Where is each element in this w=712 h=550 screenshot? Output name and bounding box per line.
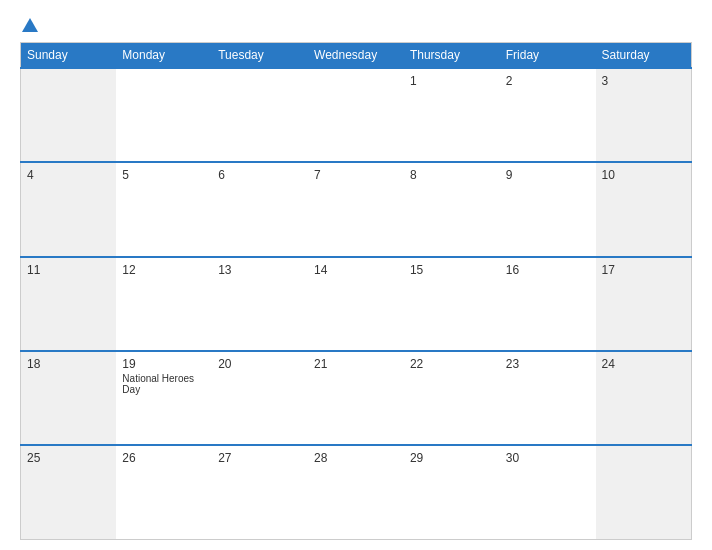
day-number: 19 xyxy=(122,357,206,371)
calendar-cell: 6 xyxy=(212,162,308,256)
day-number: 1 xyxy=(410,74,494,88)
calendar-cell: 21 xyxy=(308,351,404,445)
calendar-week-row: 11121314151617 xyxy=(21,257,692,351)
calendar-cell: 22 xyxy=(404,351,500,445)
weekday-header-sunday: Sunday xyxy=(21,43,117,69)
calendar-cell: 12 xyxy=(116,257,212,351)
logo-triangle-icon xyxy=(22,18,38,32)
calendar-cell: 28 xyxy=(308,445,404,539)
holiday-label: National Heroes Day xyxy=(122,373,206,395)
day-number: 15 xyxy=(410,263,494,277)
calendar-cell: 14 xyxy=(308,257,404,351)
day-number: 16 xyxy=(506,263,590,277)
calendar-cell: 9 xyxy=(500,162,596,256)
day-number: 10 xyxy=(602,168,685,182)
day-number: 26 xyxy=(122,451,206,465)
weekday-header-thursday: Thursday xyxy=(404,43,500,69)
calendar-cell: 17 xyxy=(596,257,692,351)
day-number: 28 xyxy=(314,451,398,465)
calendar-cell: 25 xyxy=(21,445,117,539)
weekday-header-monday: Monday xyxy=(116,43,212,69)
weekday-header-friday: Friday xyxy=(500,43,596,69)
weekday-header-row: SundayMondayTuesdayWednesdayThursdayFrid… xyxy=(21,43,692,69)
day-number: 3 xyxy=(602,74,685,88)
calendar-cell: 2 xyxy=(500,68,596,162)
day-number: 4 xyxy=(27,168,110,182)
weekday-header-wednesday: Wednesday xyxy=(308,43,404,69)
weekday-header-tuesday: Tuesday xyxy=(212,43,308,69)
calendar-cell xyxy=(212,68,308,162)
day-number: 5 xyxy=(122,168,206,182)
day-number: 25 xyxy=(27,451,110,465)
calendar-cell: 18 xyxy=(21,351,117,445)
logo xyxy=(20,18,38,32)
day-number: 27 xyxy=(218,451,302,465)
day-number: 21 xyxy=(314,357,398,371)
calendar-cell: 8 xyxy=(404,162,500,256)
calendar-cell: 10 xyxy=(596,162,692,256)
calendar-body: 12345678910111213141516171819National He… xyxy=(21,68,692,540)
calendar-cell: 7 xyxy=(308,162,404,256)
calendar-cell: 24 xyxy=(596,351,692,445)
calendar-cell: 26 xyxy=(116,445,212,539)
day-number: 14 xyxy=(314,263,398,277)
day-number: 2 xyxy=(506,74,590,88)
header xyxy=(20,18,692,32)
day-number: 6 xyxy=(218,168,302,182)
day-number: 12 xyxy=(122,263,206,277)
day-number: 24 xyxy=(602,357,685,371)
calendar-week-row: 45678910 xyxy=(21,162,692,256)
day-number: 9 xyxy=(506,168,590,182)
calendar-cell: 5 xyxy=(116,162,212,256)
calendar-table: SundayMondayTuesdayWednesdayThursdayFrid… xyxy=(20,42,692,540)
calendar-week-row: 1819National Heroes Day2021222324 xyxy=(21,351,692,445)
calendar-cell: 15 xyxy=(404,257,500,351)
calendar-cell: 13 xyxy=(212,257,308,351)
day-number: 13 xyxy=(218,263,302,277)
page: SundayMondayTuesdayWednesdayThursdayFrid… xyxy=(0,0,712,550)
day-number: 11 xyxy=(27,263,110,277)
day-number: 20 xyxy=(218,357,302,371)
calendar-cell: 29 xyxy=(404,445,500,539)
calendar-cell: 4 xyxy=(21,162,117,256)
calendar-week-row: 252627282930 xyxy=(21,445,692,539)
day-number: 17 xyxy=(602,263,685,277)
calendar-cell: 19National Heroes Day xyxy=(116,351,212,445)
calendar-cell: 3 xyxy=(596,68,692,162)
calendar-cell xyxy=(21,68,117,162)
calendar-cell: 30 xyxy=(500,445,596,539)
day-number: 29 xyxy=(410,451,494,465)
calendar-week-row: 123 xyxy=(21,68,692,162)
day-number: 22 xyxy=(410,357,494,371)
calendar-cell: 11 xyxy=(21,257,117,351)
calendar-cell: 1 xyxy=(404,68,500,162)
day-number: 7 xyxy=(314,168,398,182)
day-number: 18 xyxy=(27,357,110,371)
calendar-cell xyxy=(596,445,692,539)
day-number: 23 xyxy=(506,357,590,371)
day-number: 8 xyxy=(410,168,494,182)
calendar-cell xyxy=(116,68,212,162)
calendar-cell: 16 xyxy=(500,257,596,351)
day-number: 30 xyxy=(506,451,590,465)
calendar-cell: 23 xyxy=(500,351,596,445)
weekday-header-saturday: Saturday xyxy=(596,43,692,69)
calendar-cell xyxy=(308,68,404,162)
calendar-cell: 20 xyxy=(212,351,308,445)
calendar-cell: 27 xyxy=(212,445,308,539)
